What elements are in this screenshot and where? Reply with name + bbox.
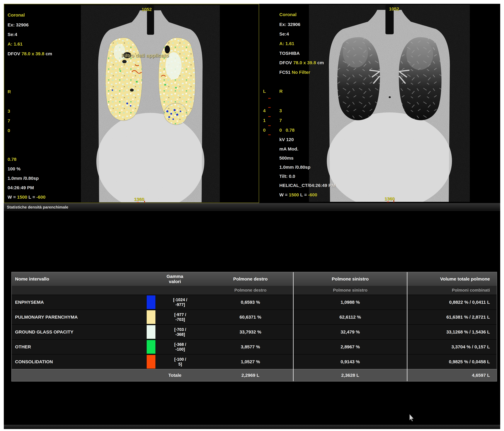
table-row-enphysema: ENPHYSEMA [-1024 /-977] 0,6593 % 1,0988 …: [12, 295, 497, 310]
orientation-label: Coronal: [8, 13, 25, 18]
red-tick: [268, 98, 271, 99]
table-row-pulmonary-parenchyma: PULMONARY PARENCHYMA [-977 /-703] 60,637…: [12, 310, 497, 324]
hu-range: [-1024 /-977]: [157, 297, 203, 307]
header-polmone-sinistro: Polmone sinistro: [293, 272, 407, 286]
viewport-area: Coronal Ex: 32906 Se:4 A: 1.61 DFOV 78.0…: [4, 4, 500, 203]
red-tick: [394, 200, 394, 202]
coord-2: 7: [279, 118, 282, 123]
bottom-status-bar: [4, 425, 500, 429]
subheader-polmoni-combinati: Polmoni combinati: [407, 286, 497, 295]
color-swatch: [146, 310, 156, 324]
header-nome-intervallo: Nome intervallo: [12, 272, 142, 286]
coord-1: 3: [8, 109, 10, 114]
ct-workstation-window: Coronal Ex: 32906 Se:4 A: 1.61 DFOV 78.0…: [0, 0, 504, 431]
left-marker: L: [263, 89, 266, 94]
coord-1b: 1: [263, 118, 266, 123]
mouse-cursor-icon: [409, 414, 416, 422]
zoom-value: 100 %: [8, 166, 20, 171]
window-level: W = 1500 L = -600: [279, 193, 317, 197]
statistics-title: Statistiche densità parenchimale: [7, 205, 68, 210]
color-swatch: [146, 325, 156, 339]
red-tick: [268, 125, 271, 126]
table-header-row: Nome intervallo Gammavalori Polmone dest…: [12, 272, 497, 286]
subheader-polmone-destro: Polmone destro: [207, 286, 293, 295]
orientation-label: Coronal: [279, 12, 297, 17]
table-subheader-row: Polmone destro Polmone sinistro Polmoni …: [12, 286, 497, 295]
red-tick: [268, 107, 271, 108]
viewport-left[interactable]: Coronal Ex: 32906 Se:4 A: 1.61 DFOV 78.0…: [4, 4, 259, 203]
table-row-other: OTHER [-368 /-100] 3,8577 % 2,8967 % 3,3…: [12, 339, 497, 354]
gantry-angle: A: 1.61: [279, 41, 294, 46]
dfov-line: DFOV 78.0 x 39.8 cm: [8, 51, 52, 56]
coord-4: 4: [263, 108, 266, 113]
red-tick: [268, 116, 271, 117]
header-volume-totale: Volume totale polmone: [407, 272, 497, 286]
header-polmone-destro: Polmone destro: [207, 272, 293, 286]
statistics-title-bar: Statistiche densità parenchimale: [4, 203, 500, 211]
red-tick: [268, 134, 271, 135]
table-row-ground-glass-opacity: GROUND GLASS OPACITY [-703 /-368] 33,793…: [12, 324, 497, 339]
hu-range: [-368 /-100]: [157, 342, 203, 352]
window-level: W = 1500 L = -600: [8, 195, 45, 200]
statistics-panel: Statistiche densità parenchimale Nome in…: [4, 203, 500, 425]
coord-3-spacing: 0 0.78: [279, 128, 295, 133]
coord-0b: 0: [263, 128, 266, 133]
table-total-row: Totale 2,2969 L 2,3628 L 4,6597 L: [12, 369, 497, 381]
coord-2: 7: [8, 119, 10, 123]
coord-3: 0: [8, 128, 10, 133]
top-table-position: 1052: [389, 7, 399, 11]
series-number: Se:4: [8, 32, 17, 37]
hu-range: [-977 /-703]: [157, 312, 203, 322]
exam-number: Ex: 32906: [279, 22, 300, 27]
rotation-time: 500ms: [279, 156, 293, 161]
color-swatch: [146, 340, 156, 354]
slice-thickness: 1.0mm /0.80sp: [279, 165, 310, 170]
color-swatch: [146, 355, 156, 369]
hu-range: [-100 /5]: [157, 357, 203, 367]
color-swatch: [146, 295, 156, 309]
bottom-table-position: 1360: [385, 196, 395, 201]
top-table-position: 1052: [142, 7, 152, 12]
gantry-angle: A: 1.61: [8, 42, 22, 46]
ma-value: mA Mod.: [279, 147, 298, 151]
total-label: Totale: [142, 369, 207, 381]
header-gamma-valori: Gammavalori: [142, 272, 207, 286]
right-marker: R: [8, 89, 11, 94]
edge-marker-strip: L 4 1 0: [260, 4, 273, 203]
kv-value: kV 120: [279, 137, 294, 142]
scan-mode-time: HELICAL_CT/04:26:49 PM: [279, 183, 335, 188]
table-row-consolidation: CONSOLIDATION [-100 /5] 1,0527 % 0,9143 …: [12, 354, 497, 369]
ct-image-grayscale: [309, 5, 470, 202]
bottom-table-position: 1360: [134, 197, 144, 202]
ct-image-density-map: [81, 5, 220, 202]
exam-number: Ex: 32906: [8, 22, 28, 27]
column-separator: [293, 272, 294, 381]
dfov-line: DFOV 78.0 x 39.8 cm: [279, 60, 324, 65]
density-table: Nome intervallo Gammavalori Polmone dest…: [11, 272, 497, 382]
viewport-right[interactable]: Coronal Ex: 32906 Se:4 A: 1.61 TOSHIBA D…: [273, 4, 500, 203]
spacing-value: 0.78: [8, 157, 16, 162]
subheader-polmone-sinistro: Polmone sinistro: [293, 286, 407, 295]
hu-range: [-703 /-368]: [157, 327, 203, 337]
acquisition-time: 04:26:49 PM: [8, 185, 34, 190]
coord-1: 3: [279, 108, 282, 113]
tilt-value: Tilt: 0.0: [279, 174, 295, 179]
slice-thickness: 1.0mm /0.80sp: [8, 176, 39, 181]
filter-line: FC51 No Filter: [279, 70, 310, 75]
vendor-label: TOSHIBA: [279, 51, 300, 56]
series-number: Se:4: [279, 32, 289, 37]
red-tick: [387, 202, 389, 202]
red-tick: [137, 202, 139, 203]
column-separator: [407, 272, 407, 381]
filter-watermark: Filtro dati applicato: [121, 53, 169, 58]
red-tick: [144, 201, 145, 203]
right-marker: R: [279, 89, 283, 94]
